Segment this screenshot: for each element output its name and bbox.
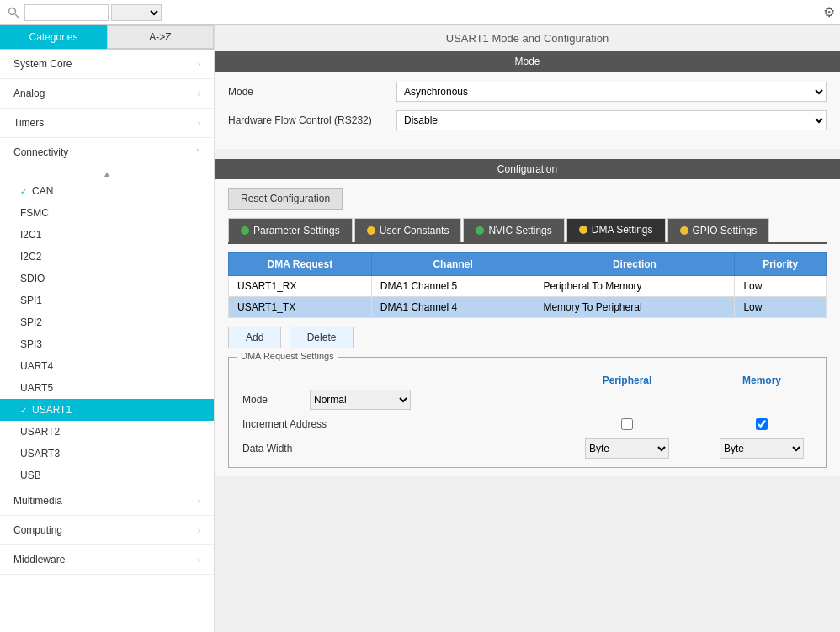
- chevron-right-icon: ›: [198, 526, 200, 535]
- svg-line-1: [15, 14, 19, 18]
- sidebar-item-can[interactable]: ✓ CAN: [0, 180, 214, 202]
- scroll-up-icon[interactable]: ▲: [103, 169, 111, 178]
- tab-gpio-settings[interactable]: GPIO Settings: [667, 218, 770, 242]
- mode-select[interactable]: Asynchronous: [396, 82, 827, 102]
- add-button[interactable]: Add: [228, 327, 281, 348]
- mode-value-select[interactable]: Normal Circular: [310, 390, 411, 410]
- conn-child-label: USB: [20, 470, 41, 481]
- tab-dot-green: [241, 226, 249, 235]
- memory-data-width-select[interactable]: Byte Half Word Word: [720, 438, 804, 459]
- content-area: USART1 Mode and Configuration Mode Mode …: [215, 25, 840, 632]
- conn-child-label: USART3: [20, 448, 60, 459]
- sidebar-item-connectivity[interactable]: Connectivity ˅: [0, 138, 214, 167]
- hw-flow-form-row: Hardware Flow Control (RS232) Disable: [228, 110, 827, 130]
- increment-label: Increment Address: [242, 418, 543, 430]
- tab-user-constants[interactable]: User Constants: [354, 218, 462, 242]
- sidebar-item-usart2[interactable]: USART2: [0, 421, 214, 443]
- sidebar-item-label: Connectivity: [13, 146, 68, 158]
- conn-child-label: SPI3: [20, 338, 42, 350]
- conn-child-label: SDIO: [20, 273, 45, 284]
- config-section-header: Configuration: [215, 159, 840, 179]
- sidebar-item-label: Middleware: [13, 554, 65, 566]
- conn-child-label: UART4: [20, 360, 53, 372]
- tab-dot-yellow: [367, 226, 375, 235]
- sidebar-item-i2c2[interactable]: I2C2: [0, 246, 214, 268]
- gear-icon[interactable]: ⚙: [823, 4, 835, 20]
- sidebar-item-middleware[interactable]: Middleware ›: [0, 545, 214, 575]
- tab-dot-yellow: [579, 226, 587, 234]
- sidebar-item-spi1[interactable]: SPI1: [0, 289, 214, 311]
- sidebar-item-analog[interactable]: Analog ›: [0, 79, 214, 109]
- sidebar-item-usb[interactable]: USB: [0, 465, 214, 486]
- sidebar-item-label: Multimedia: [13, 495, 62, 507]
- page-title: USART1 Mode and Configuration: [215, 25, 840, 51]
- table-row[interactable]: USART1_TX DMA1 Channel 4 Memory To Perip…: [229, 297, 827, 318]
- cell-priority: Low: [735, 276, 827, 297]
- tab-categories[interactable]: Categories: [0, 25, 107, 49]
- chevron-right-icon: ›: [198, 60, 200, 69]
- peripheral-col-header: Peripheral: [543, 374, 711, 386]
- sidebar-item-system-core[interactable]: System Core ›: [0, 50, 214, 79]
- search-input[interactable]: [24, 4, 109, 21]
- memory-increment-checkbox[interactable]: [756, 418, 768, 430]
- search-icon: [5, 4, 22, 21]
- config-section: Configuration Reset Configuration Parame…: [215, 159, 840, 476]
- conn-child-label: SPI2: [20, 316, 42, 328]
- dma-settings-title: DMA Request Settings: [237, 351, 338, 361]
- hw-flow-label: Hardware Flow Control (RS232): [228, 114, 396, 126]
- chevron-right-icon: ›: [198, 89, 200, 98]
- sidebar-item-uart4[interactable]: UART4: [0, 355, 214, 377]
- main-layout: Categories A->Z System Core › Analog › T…: [0, 25, 840, 632]
- tab-dot-green: [476, 226, 484, 235]
- config-body: Reset Configuration Parameter Settings U…: [215, 179, 840, 476]
- cell-request: USART1_TX: [229, 297, 372, 318]
- hw-flow-select[interactable]: Disable: [396, 110, 827, 130]
- dma-table: DMA Request Channel Direction Priority U…: [228, 252, 827, 318]
- sidebar-item-computing[interactable]: Computing ›: [0, 516, 214, 545]
- sidebar-item-timers[interactable]: Timers ›: [0, 109, 214, 138]
- chevron-right-icon: ›: [198, 497, 200, 506]
- search-box: [5, 4, 162, 21]
- chevron-right-icon: ›: [198, 555, 200, 565]
- sidebar-item-uart5[interactable]: UART5: [0, 377, 214, 399]
- config-tabs: Parameter Settings User Constants NVIC S…: [228, 218, 827, 244]
- sidebar-item-usart1[interactable]: ✓ USART1: [0, 399, 214, 421]
- col-header-channel: Channel: [371, 253, 534, 276]
- sidebar-item-i2c1[interactable]: I2C1: [0, 224, 214, 246]
- cell-channel: DMA1 Channel 4: [371, 297, 534, 318]
- sidebar-item-sdio[interactable]: SDIO: [0, 268, 214, 289]
- conn-child-label: UART5: [20, 382, 53, 394]
- svg-point-0: [9, 8, 16, 14]
- peripheral-data-width-select[interactable]: Byte Half Word Word: [585, 438, 669, 459]
- sidebar-item-spi3[interactable]: SPI3: [0, 333, 214, 355]
- tab-parameter-settings[interactable]: Parameter Settings: [228, 218, 353, 242]
- sidebar-item-label: System Core: [13, 58, 72, 70]
- data-width-label: Data Width: [242, 443, 543, 454]
- delete-button[interactable]: Delete: [290, 327, 354, 348]
- table-row[interactable]: USART1_RX DMA1 Channel 5 Peripheral To M…: [229, 276, 827, 297]
- cell-priority: Low: [735, 297, 827, 318]
- sidebar-item-multimedia[interactable]: Multimedia ›: [0, 486, 214, 516]
- check-icon: ✓: [20, 187, 27, 196]
- connectivity-children: ▲ ✓ CAN FSMC I2C1 I2C2 SDIO: [0, 167, 214, 486]
- tab-dma-settings[interactable]: DMA Settings: [566, 218, 666, 242]
- reset-config-button[interactable]: Reset Configuration: [228, 188, 343, 210]
- peripheral-increment-checkbox[interactable]: [621, 418, 633, 430]
- conn-child-label: I2C2: [20, 251, 41, 263]
- increment-row: Increment Address: [242, 418, 812, 430]
- chevron-right-icon: ›: [198, 119, 200, 128]
- conn-child-label: FSMC: [20, 207, 49, 219]
- cell-direction: Peripheral To Memory: [534, 276, 735, 297]
- sidebar-item-fsmc[interactable]: FSMC: [0, 202, 214, 224]
- mode-row: Mode Normal Circular: [242, 390, 812, 410]
- sidebar-tabs: Categories A->Z: [0, 25, 214, 50]
- sidebar-item-spi2[interactable]: SPI2: [0, 311, 214, 333]
- tab-nvic-settings[interactable]: NVIC Settings: [463, 218, 564, 242]
- search-scope-select[interactable]: [111, 4, 162, 21]
- tab-a2z[interactable]: A->Z: [107, 25, 214, 49]
- sidebar-item-usart3[interactable]: USART3: [0, 443, 214, 465]
- data-width-row: Data Width Byte Half Word Word Byte: [242, 438, 812, 459]
- mode-section-body: Mode Asynchronous Hardware Flow Control …: [215, 72, 840, 149]
- sidebar: Categories A->Z System Core › Analog › T…: [0, 25, 215, 632]
- mode-label: Mode: [228, 86, 396, 98]
